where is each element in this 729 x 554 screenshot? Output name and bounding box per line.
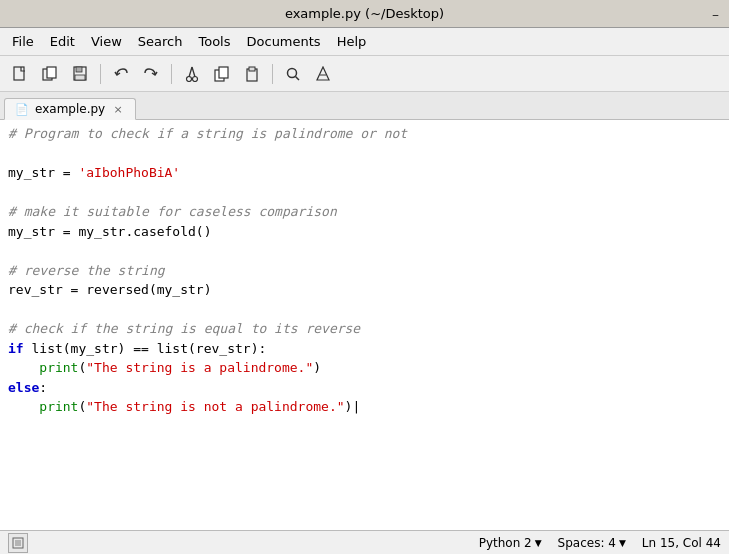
code-line-9: rev_str = reversed(my_str)	[8, 280, 721, 300]
svg-point-14	[288, 68, 297, 77]
separator-3	[272, 64, 273, 84]
position-label: Ln 15, Col 44	[642, 536, 721, 550]
tab-file-icon: 📄	[15, 103, 29, 116]
separator-2	[171, 64, 172, 84]
status-right: Python 2 ▼ Spaces: 4 ▼ Ln 15, Col 44	[479, 536, 721, 550]
separator-1	[100, 64, 101, 84]
code-line-12: if list(my_str) == list(rev_str):	[8, 339, 721, 359]
svg-point-6	[187, 76, 192, 81]
titlebar-close-button[interactable]: –	[712, 6, 719, 22]
menu-help[interactable]: Help	[329, 31, 375, 52]
minimap-button[interactable]	[8, 533, 28, 553]
code-line-13: print("The string is a palindrome.")	[8, 358, 721, 378]
menu-edit[interactable]: Edit	[42, 31, 83, 52]
new-button[interactable]	[6, 61, 34, 87]
menu-search[interactable]: Search	[130, 31, 191, 52]
svg-rect-5	[75, 75, 85, 80]
cursor-position: Ln 15, Col 44	[642, 536, 721, 550]
find-button[interactable]	[279, 61, 307, 87]
save-button[interactable]	[66, 61, 94, 87]
menu-file[interactable]: File	[4, 31, 42, 52]
titlebar: example.py (~/Desktop) –	[0, 0, 729, 28]
tab-close-button[interactable]: ×	[111, 102, 125, 116]
code-line-3: my_str = 'aIbohPhoBiA'	[8, 163, 721, 183]
code-editor[interactable]: # Program to check if a string is palind…	[0, 120, 729, 530]
menu-tools[interactable]: Tools	[190, 31, 238, 52]
new-tab-button[interactable]	[36, 61, 64, 87]
code-line-7	[8, 241, 721, 261]
spaces-arrow: ▼	[619, 538, 626, 548]
code-line-2	[8, 144, 721, 164]
code-line-11: # check if the string is equal to its re…	[8, 319, 721, 339]
svg-rect-4	[76, 67, 82, 72]
code-line-1: # Program to check if a string is palind…	[8, 124, 721, 144]
code-line-14: else:	[8, 378, 721, 398]
copy-button[interactable]	[208, 61, 236, 87]
svg-line-15	[296, 76, 300, 80]
toolbar	[0, 56, 729, 92]
svg-line-9	[192, 67, 195, 77]
spaces-selector[interactable]: Spaces: 4 ▼	[558, 536, 626, 550]
code-line-8: # reverse the string	[8, 261, 721, 281]
python-version-arrow: ▼	[535, 538, 542, 548]
svg-rect-2	[47, 67, 56, 78]
tabbar: 📄 example.py ×	[0, 92, 729, 120]
svg-rect-0	[14, 67, 24, 80]
tab-example-py[interactable]: 📄 example.py ×	[4, 98, 136, 120]
code-line-10	[8, 300, 721, 320]
spaces-label: Spaces: 4	[558, 536, 616, 550]
titlebar-title: example.py (~/Desktop)	[285, 6, 444, 21]
menu-documents[interactable]: Documents	[239, 31, 329, 52]
svg-rect-11	[219, 67, 228, 78]
code-line-6: my_str = my_str.casefold()	[8, 222, 721, 242]
undo-button[interactable]	[107, 61, 135, 87]
menu-view[interactable]: View	[83, 31, 130, 52]
python-version-selector[interactable]: Python 2 ▼	[479, 536, 542, 550]
code-line-15: print("The string is not a palindrome.")…	[8, 397, 721, 417]
color-button[interactable]	[309, 61, 337, 87]
code-line-4	[8, 183, 721, 203]
python-version-label: Python 2	[479, 536, 532, 550]
tab-filename: example.py	[35, 102, 105, 116]
svg-line-8	[189, 67, 192, 77]
statusbar: Python 2 ▼ Spaces: 4 ▼ Ln 15, Col 44	[0, 530, 729, 554]
paste-button[interactable]	[238, 61, 266, 87]
cut-button[interactable]	[178, 61, 206, 87]
svg-point-7	[193, 76, 198, 81]
menubar: File Edit View Search Tools Documents He…	[0, 28, 729, 56]
redo-button[interactable]	[137, 61, 165, 87]
svg-rect-13	[249, 67, 255, 71]
code-line-5: # make it suitable for caseless comparis…	[8, 202, 721, 222]
